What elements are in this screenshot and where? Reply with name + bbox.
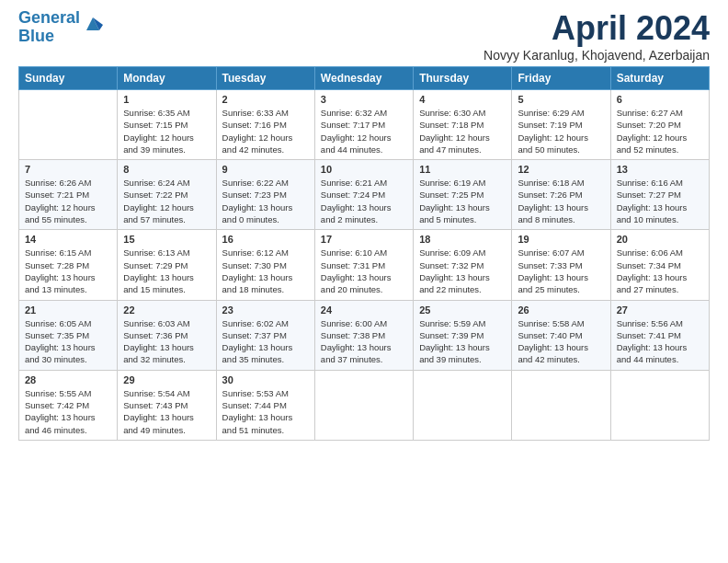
calendar-header-thursday: Thursday (414, 67, 512, 90)
calendar-table: SundayMondayTuesdayWednesdayThursdayFrid… (18, 66, 710, 441)
day-info: Sunrise: 6:10 AM Sunset: 7:31 PM Dayligh… (321, 247, 407, 295)
day-number: 15 (123, 234, 210, 245)
calendar-cell: 21Sunrise: 6:05 AM Sunset: 7:35 PM Dayli… (19, 300, 118, 370)
calendar-cell: 29Sunrise: 5:54 AM Sunset: 7:43 PM Dayli… (118, 370, 216, 440)
day-number: 11 (419, 164, 506, 175)
day-number: 21 (25, 304, 111, 316)
calendar-cell: 3Sunrise: 6:32 AM Sunset: 7:17 PM Daylig… (314, 90, 413, 160)
day-number: 26 (518, 304, 604, 316)
day-number: 28 (25, 374, 111, 385)
calendar-cell: 11Sunrise: 6:19 AM Sunset: 7:25 PM Dayli… (414, 160, 512, 230)
day-info: Sunrise: 6:19 AM Sunset: 7:25 PM Dayligh… (419, 177, 506, 225)
calendar-cell: 22Sunrise: 6:03 AM Sunset: 7:36 PM Dayli… (118, 300, 216, 370)
day-number: 17 (321, 234, 407, 245)
day-info: Sunrise: 6:33 AM Sunset: 7:16 PM Dayligh… (222, 107, 309, 155)
day-number: 18 (419, 234, 506, 245)
day-info: Sunrise: 6:02 AM Sunset: 7:37 PM Dayligh… (222, 317, 309, 366)
day-info: Sunrise: 6:27 AM Sunset: 7:20 PM Dayligh… (617, 107, 703, 155)
calendar-cell: 24Sunrise: 6:00 AM Sunset: 7:38 PM Dayli… (314, 300, 413, 370)
day-info: Sunrise: 5:54 AM Sunset: 7:43 PM Dayligh… (123, 387, 210, 436)
calendar-header-saturday: Saturday (610, 67, 709, 90)
day-info: Sunrise: 6:18 AM Sunset: 7:26 PM Dayligh… (518, 177, 604, 225)
calendar-cell: 18Sunrise: 6:09 AM Sunset: 7:32 PM Dayli… (414, 230, 512, 300)
day-number: 22 (123, 304, 210, 316)
day-number: 2 (222, 94, 309, 105)
calendar-header-monday: Monday (118, 67, 216, 90)
calendar-cell: 9Sunrise: 6:22 AM Sunset: 7:23 PM Daylig… (216, 160, 314, 230)
day-info: Sunrise: 5:59 AM Sunset: 7:39 PM Dayligh… (419, 317, 506, 366)
day-info: Sunrise: 5:53 AM Sunset: 7:44 PM Dayligh… (222, 387, 309, 436)
calendar-cell: 15Sunrise: 6:13 AM Sunset: 7:29 PM Dayli… (118, 230, 216, 300)
calendar-cell (19, 90, 118, 160)
day-info: Sunrise: 5:58 AM Sunset: 7:40 PM Dayligh… (518, 317, 604, 366)
calendar-header-tuesday: Tuesday (216, 67, 314, 90)
logo-block: General Blue (18, 9, 103, 46)
calendar-cell: 5Sunrise: 6:29 AM Sunset: 7:19 PM Daylig… (512, 90, 610, 160)
logo-blue: Blue (18, 27, 54, 45)
calendar-cell: 16Sunrise: 6:12 AM Sunset: 7:30 PM Dayli… (216, 230, 314, 300)
day-info: Sunrise: 6:21 AM Sunset: 7:24 PM Dayligh… (321, 177, 407, 225)
day-number: 20 (617, 234, 703, 245)
page-header: General Blue April 2024 Novyy Karanlug, … (18, 9, 710, 63)
day-info: Sunrise: 6:29 AM Sunset: 7:19 PM Dayligh… (518, 107, 604, 155)
calendar-cell: 2Sunrise: 6:33 AM Sunset: 7:16 PM Daylig… (216, 90, 314, 160)
day-info: Sunrise: 6:30 AM Sunset: 7:18 PM Dayligh… (419, 107, 506, 155)
calendar-week-2: 7Sunrise: 6:26 AM Sunset: 7:21 PM Daylig… (19, 160, 710, 230)
day-info: Sunrise: 6:12 AM Sunset: 7:30 PM Dayligh… (222, 247, 309, 295)
page-title: April 2024 (483, 9, 710, 48)
calendar-cell (314, 370, 413, 440)
day-info: Sunrise: 6:13 AM Sunset: 7:29 PM Dayligh… (123, 247, 210, 295)
calendar-cell: 12Sunrise: 6:18 AM Sunset: 7:26 PM Dayli… (512, 160, 610, 230)
calendar-cell: 10Sunrise: 6:21 AM Sunset: 7:24 PM Dayli… (314, 160, 413, 230)
day-info: Sunrise: 6:09 AM Sunset: 7:32 PM Dayligh… (419, 247, 506, 295)
day-number: 29 (123, 374, 210, 385)
day-number: 16 (222, 234, 309, 245)
day-number: 3 (321, 94, 407, 105)
day-info: Sunrise: 6:32 AM Sunset: 7:17 PM Dayligh… (321, 107, 407, 155)
calendar-cell: 20Sunrise: 6:06 AM Sunset: 7:34 PM Dayli… (610, 230, 709, 300)
day-number: 8 (123, 164, 210, 175)
calendar-week-5: 28Sunrise: 5:55 AM Sunset: 7:42 PM Dayli… (19, 370, 710, 440)
calendar-cell: 23Sunrise: 6:02 AM Sunset: 7:37 PM Dayli… (216, 300, 314, 370)
calendar-header-wednesday: Wednesday (314, 67, 413, 90)
calendar-cell (610, 370, 709, 440)
day-info: Sunrise: 5:56 AM Sunset: 7:41 PM Dayligh… (617, 317, 703, 366)
day-info: Sunrise: 5:55 AM Sunset: 7:42 PM Dayligh… (25, 387, 111, 436)
day-info: Sunrise: 6:35 AM Sunset: 7:15 PM Dayligh… (123, 107, 210, 155)
day-info: Sunrise: 6:16 AM Sunset: 7:27 PM Dayligh… (617, 177, 703, 225)
page-container: General Blue April 2024 Novyy Karanlug, … (0, 0, 728, 450)
title-block: April 2024 Novyy Karanlug, Khojavend, Az… (483, 9, 710, 63)
calendar-cell: 14Sunrise: 6:15 AM Sunset: 7:28 PM Dayli… (19, 230, 118, 300)
day-info: Sunrise: 6:24 AM Sunset: 7:22 PM Dayligh… (123, 177, 210, 225)
day-number: 14 (25, 234, 111, 245)
day-number: 1 (123, 94, 210, 105)
day-number: 9 (222, 164, 309, 175)
day-info: Sunrise: 6:05 AM Sunset: 7:35 PM Dayligh… (25, 317, 111, 366)
logo: General Blue (18, 9, 103, 46)
day-number: 10 (321, 164, 407, 175)
day-number: 24 (321, 304, 407, 316)
logo-icon (83, 14, 103, 34)
day-number: 5 (518, 94, 604, 105)
calendar-header-row: SundayMondayTuesdayWednesdayThursdayFrid… (19, 67, 710, 90)
calendar-cell: 19Sunrise: 6:07 AM Sunset: 7:33 PM Dayli… (512, 230, 610, 300)
day-info: Sunrise: 6:06 AM Sunset: 7:34 PM Dayligh… (617, 247, 703, 295)
day-info: Sunrise: 6:22 AM Sunset: 7:23 PM Dayligh… (222, 177, 309, 225)
calendar-week-3: 14Sunrise: 6:15 AM Sunset: 7:28 PM Dayli… (19, 230, 710, 300)
calendar-cell: 1Sunrise: 6:35 AM Sunset: 7:15 PM Daylig… (118, 90, 216, 160)
calendar-cell: 30Sunrise: 5:53 AM Sunset: 7:44 PM Dayli… (216, 370, 314, 440)
day-number: 4 (419, 94, 506, 105)
day-info: Sunrise: 6:00 AM Sunset: 7:38 PM Dayligh… (321, 317, 407, 366)
calendar-cell: 26Sunrise: 5:58 AM Sunset: 7:40 PM Dayli… (512, 300, 610, 370)
calendar-cell: 4Sunrise: 6:30 AM Sunset: 7:18 PM Daylig… (414, 90, 512, 160)
calendar-cell: 17Sunrise: 6:10 AM Sunset: 7:31 PM Dayli… (314, 230, 413, 300)
day-number: 25 (419, 304, 506, 316)
day-number: 23 (222, 304, 309, 316)
calendar-cell: 28Sunrise: 5:55 AM Sunset: 7:42 PM Dayli… (19, 370, 118, 440)
day-info: Sunrise: 6:15 AM Sunset: 7:28 PM Dayligh… (25, 247, 111, 295)
day-number: 30 (222, 374, 309, 385)
calendar-cell: 25Sunrise: 5:59 AM Sunset: 7:39 PM Dayli… (414, 300, 512, 370)
calendar-week-1: 1Sunrise: 6:35 AM Sunset: 7:15 PM Daylig… (19, 90, 710, 160)
calendar-cell: 6Sunrise: 6:27 AM Sunset: 7:20 PM Daylig… (610, 90, 709, 160)
calendar-cell: 13Sunrise: 6:16 AM Sunset: 7:27 PM Dayli… (610, 160, 709, 230)
